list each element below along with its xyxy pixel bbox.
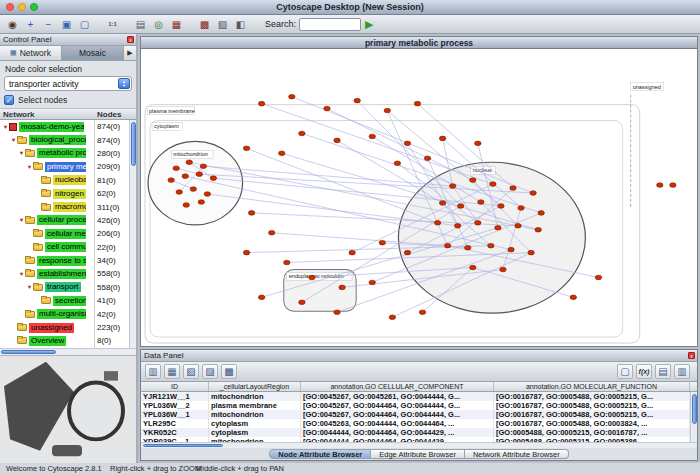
network-node[interactable]: [268, 230, 274, 235]
network-node[interactable]: [518, 206, 524, 211]
tree-node-label[interactable]: mosaic-demo-yeast: [19, 122, 84, 132]
network-node[interactable]: [198, 200, 204, 205]
network-node[interactable]: [183, 203, 189, 208]
close-button[interactable]: [6, 3, 14, 11]
network-node[interactable]: [248, 211, 254, 216]
tree-node-label[interactable]: biological_process: [29, 135, 86, 145]
table-cell[interactable]: [GO:0045263, GO:0044444, GO:0044464, ...: [301, 419, 494, 428]
network-node[interactable]: [490, 182, 496, 187]
network-node[interactable]: [528, 250, 534, 255]
tree-row[interactable]: unassigned223(0): [0, 321, 136, 334]
network-node[interactable]: [339, 285, 345, 290]
window-titlebar[interactable]: Cytoscape Desktop (New Session): [0, 0, 700, 15]
network-node[interactable]: [334, 310, 340, 315]
tab-network-attribute-browser[interactable]: Network Attribute Browser: [465, 449, 569, 459]
network-edge[interactable]: [357, 101, 461, 206]
network-node[interactable]: [530, 191, 536, 196]
network-node[interactable]: [190, 187, 196, 192]
tree-row[interactable]: ▼cellular process426(0): [0, 214, 136, 227]
table-vscroll-thumb[interactable]: [692, 394, 697, 424]
table-column-header[interactable]: _cellularLayoutRegion: [209, 382, 301, 391]
vizmapper-icon[interactable]: ◧: [233, 17, 248, 32]
birdseye-view[interactable]: [0, 355, 136, 463]
tab-edge-attribute-browser[interactable]: Edge Attribute Browser: [371, 449, 465, 459]
network-view-title[interactable]: primary metabolic process: [141, 37, 697, 49]
table-row[interactable]: YKR052Ccytoplasm[GO:0044444, GO:0044464,…: [141, 428, 697, 437]
network-node[interactable]: [538, 211, 544, 216]
table-cell[interactable]: plasma membrane: [209, 401, 301, 410]
tree-node-label[interactable]: macromolecule...: [53, 202, 86, 212]
network-node[interactable]: [424, 156, 430, 161]
export-attributes-icon[interactable]: ▥: [674, 364, 690, 379]
network-node[interactable]: [309, 275, 315, 280]
table-column-header[interactable]: annotation.GO CELLULAR_COMPONENT: [301, 382, 494, 391]
network-node[interactable]: [498, 204, 504, 209]
network-node[interactable]: [369, 280, 375, 285]
minimize-button[interactable]: [18, 3, 26, 11]
expand-triangle-icon[interactable]: ▼: [26, 164, 33, 170]
tree-row[interactable]: Overview8(0): [0, 334, 136, 347]
network-node[interactable]: [289, 94, 295, 99]
tree-node-label[interactable]: Overview: [29, 336, 66, 346]
import-attributes-icon[interactable]: ▤: [655, 364, 671, 379]
table-cell[interactable]: YJR121W__1: [141, 392, 209, 401]
tree-node-label[interactable]: transport: [45, 282, 81, 292]
tree-node-label[interactable]: cellular metabo...: [45, 229, 86, 239]
network-node[interactable]: [176, 190, 182, 195]
zoom-actual-icon[interactable]: 1:1: [105, 17, 120, 32]
network-node[interactable]: [384, 108, 390, 113]
tree-node-label[interactable]: multi-organism pro...: [37, 309, 86, 319]
zoom-in-icon[interactable]: +: [23, 17, 38, 32]
tree-row[interactable]: cellular metabo...206(0): [0, 227, 136, 240]
network-node[interactable]: [299, 131, 305, 136]
search-input[interactable]: [299, 18, 361, 31]
network-node[interactable]: [470, 178, 476, 183]
table-row[interactable]: YJR121W__1mitochondrion[GO:0045267, GO:0…: [141, 392, 697, 401]
expand-triangle-icon[interactable]: ▼: [18, 271, 25, 277]
network-node[interactable]: [182, 174, 188, 179]
network-node[interactable]: [475, 221, 481, 226]
tab-node-attribute-browser[interactable]: Node Attribute Browser: [269, 449, 371, 459]
table-cell[interactable]: [GO:0016787, GO:0005488, GO:0005215, G..…: [494, 410, 690, 419]
network-node[interactable]: [324, 106, 330, 111]
table-cell[interactable]: YPL036W__2: [141, 401, 209, 410]
network-node[interactable]: [419, 310, 425, 315]
network-node[interactable]: [510, 186, 516, 191]
expand-triangle-icon[interactable]: ▼: [18, 217, 25, 223]
network-node[interactable]: [488, 243, 494, 248]
network-node[interactable]: [243, 250, 249, 255]
table-hscroll-thumb[interactable]: [143, 444, 223, 447]
attribute-delete-icon[interactable]: ▧: [183, 364, 199, 379]
tree-node-label[interactable]: establishment of lo...: [37, 269, 86, 279]
network-node[interactable]: [389, 315, 395, 320]
network-node[interactable]: [535, 227, 541, 232]
table-column-header[interactable]: ID: [141, 382, 209, 391]
tree-node-label[interactable]: metabolic process: [37, 148, 86, 158]
zoom-button[interactable]: [30, 3, 38, 11]
network-node[interactable]: [595, 275, 601, 280]
network-node[interactable]: [369, 134, 375, 139]
tree-row[interactable]: nucleobase...81(0): [0, 174, 136, 187]
new-network-icon[interactable]: ▦: [169, 17, 184, 32]
tree-hscroll-thumb[interactable]: [1, 350, 56, 354]
network-node[interactable]: [657, 183, 663, 188]
network-edge[interactable]: [262, 104, 493, 184]
tree-row[interactable]: ▼mosaic-demo-yeast874(0): [0, 120, 136, 133]
tree-row[interactable]: response to stimul...34(0): [0, 254, 136, 267]
network-node[interactable]: [470, 265, 476, 270]
zoom-fit-icon[interactable]: ▢: [77, 17, 92, 32]
table-cell[interactable]: [GO:0016787, GO:0005488, GO:0003824, ...: [494, 419, 690, 428]
network-node[interactable]: [404, 141, 410, 146]
table-cell[interactable]: [GO:0016787, GO:0005488, GO:0005215, G..…: [494, 401, 690, 410]
table-row[interactable]: YPL036W__2plasma membrane[GO:0045267, GO…: [141, 401, 697, 410]
network-node[interactable]: [508, 247, 514, 252]
network-node[interactable]: [243, 146, 249, 151]
table-cell[interactable]: YKR052C: [141, 428, 209, 437]
tree-row[interactable]: secretion41(0): [0, 294, 136, 307]
network-node[interactable]: [570, 295, 576, 300]
tree-row[interactable]: macromolecule...311(0): [0, 200, 136, 213]
tree-horizontal-scrollbar[interactable]: [0, 348, 136, 355]
network-node[interactable]: [258, 295, 264, 300]
table-cell[interactable]: [GO:0045267, GO:0044464, GO:0044444, G..…: [301, 410, 494, 419]
table-cell[interactable]: [GO:0005488, GO:0005215, GO:0016787, ...: [494, 428, 690, 437]
